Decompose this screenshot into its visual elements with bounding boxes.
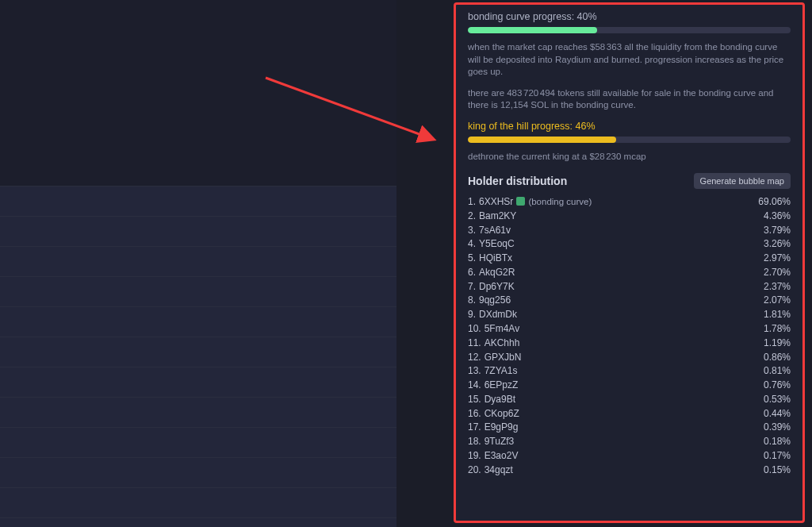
holder-row: 5.HQiBTx2.97% [468, 251, 791, 265]
table-row [0, 276, 396, 306]
holder-row: 6.AkqG2R2.70% [468, 265, 791, 279]
generate-bubble-map-button[interactable]: Generate bubble map [694, 173, 791, 189]
koth-progress-bar [468, 137, 791, 143]
holder-address[interactable]: DXdmDk [479, 309, 517, 320]
holder-address[interactable]: Bam2KY [479, 210, 516, 221]
holder-percentage: 2.97% [764, 252, 791, 264]
table-row [0, 487, 396, 517]
table-row [0, 367, 396, 397]
holder-name[interactable]: 10.5Fm4Av [468, 323, 519, 334]
holder-name[interactable]: 17.E9gP9g [468, 421, 518, 433]
holder-address[interactable]: 6XXHSr [479, 196, 513, 207]
holder-name[interactable]: 19.E3ao2V [468, 450, 518, 461]
holder-address[interactable]: Dya9Bt [485, 394, 515, 405]
holder-rank: 10. [468, 323, 481, 334]
holder-name[interactable]: 20.34gqzt [468, 464, 513, 475]
holder-name[interactable]: 2.Bam2KY [468, 210, 516, 221]
holder-rank: 7. [468, 281, 476, 292]
holder-name[interactable]: 16.CKop6Z [468, 408, 519, 419]
holder-address[interactable]: 9TuZf3 [485, 436, 515, 447]
bonding-curve-progress-bar [468, 27, 791, 33]
holder-percentage: 2.37% [764, 281, 791, 292]
holder-percentage: 2.70% [764, 267, 791, 278]
holder-address[interactable]: 5Fm4Av [485, 323, 519, 334]
holder-percentage: 0.39% [764, 421, 791, 433]
holder-address[interactable]: HQiBTx [479, 252, 512, 264]
table-row [0, 457, 396, 487]
holder-name[interactable]: 7.Dp6Y7K [468, 281, 515, 292]
holder-address[interactable]: 6EPpzZ [485, 379, 519, 390]
table-row [0, 216, 396, 246]
holder-address[interactable]: 7ZYA1s [485, 365, 518, 376]
holder-row: 14.6EPpzZ0.76% [468, 378, 791, 392]
holder-rank: 15. [468, 394, 481, 405]
holder-row: 10.5Fm4Av1.78% [468, 321, 791, 336]
holder-row: 16.CKop6Z0.44% [468, 406, 791, 421]
holder-row: 20.34gqzt0.15% [468, 463, 791, 477]
holder-percentage: 3.26% [764, 238, 791, 249]
holder-percentage: 1.19% [764, 337, 791, 348]
bonding-curve-label: bonding curve progress: 40% [468, 11, 791, 22]
bonding-curve-progress-fill [468, 27, 597, 33]
holder-rank: 3. [468, 225, 476, 236]
table-row [0, 306, 396, 337]
list-rows [0, 186, 396, 527]
holder-percentage: 3.79% [764, 225, 791, 236]
holder-rank: 9. [468, 309, 476, 320]
holder-rank: 12. [468, 352, 481, 363]
holder-address[interactable]: Y5EoqC [479, 238, 515, 249]
holder-address[interactable]: CKop6Z [485, 408, 519, 419]
holder-name[interactable]: 9.DXdmDk [468, 309, 517, 320]
holder-address[interactable]: GPXJbN [485, 352, 522, 363]
holder-name[interactable]: 11.AKChhh [468, 337, 519, 348]
table-row [0, 186, 396, 216]
holder-address[interactable]: Dp6Y7K [479, 281, 515, 292]
table-row [0, 427, 396, 457]
bonding-curve-badge-icon [516, 197, 525, 206]
holder-list: 1.6XXHSr(bonding curve)69.06%2.Bam2KY4.3… [468, 194, 791, 477]
holder-percentage: 69.06% [758, 196, 791, 207]
koth-progress-fill [468, 137, 616, 143]
left-panel [0, 0, 396, 527]
holder-address[interactable]: E9gP9g [485, 421, 519, 433]
table-row [0, 517, 396, 527]
holder-rank: 5. [468, 252, 476, 264]
holder-percentage: 1.81% [764, 309, 791, 320]
holder-row: 7.Dp6Y7K2.37% [468, 279, 791, 294]
holder-row: 8.9qg2562.07% [468, 294, 791, 308]
holder-percentage: 0.18% [764, 436, 791, 447]
holder-address[interactable]: AkqG2R [479, 267, 515, 278]
holder-name[interactable]: 8.9qg256 [468, 294, 511, 306]
upper-region [0, 0, 396, 186]
holder-rank: 11. [468, 337, 481, 348]
holder-row: 4.Y5EoqC3.26% [468, 237, 791, 251]
holder-rank: 4. [468, 238, 476, 249]
holder-name[interactable]: 4.Y5EoqC [468, 238, 515, 249]
holder-row: 2.Bam2KY4.36% [468, 209, 791, 223]
holder-address[interactable]: 34gqzt [485, 464, 513, 475]
holder-address[interactable]: 9qg256 [479, 294, 511, 306]
holder-name[interactable]: 12.GPXJbN [468, 352, 521, 363]
holder-name[interactable]: 5.HQiBTx [468, 252, 512, 264]
holder-name[interactable]: 6.AkqG2R [468, 267, 515, 278]
holder-name[interactable]: 13.7ZYA1s [468, 365, 517, 376]
holder-rank: 16. [468, 408, 481, 419]
holder-name[interactable]: 15.Dya9Bt [468, 394, 515, 405]
holder-rank: 8. [468, 294, 476, 306]
holder-rank: 2. [468, 210, 476, 221]
table-row [0, 246, 396, 276]
holder-rank: 1. [468, 196, 476, 207]
holder-name[interactable]: 14.6EPpzZ [468, 379, 518, 390]
holder-row: 19.E3ao2V0.17% [468, 448, 791, 463]
holder-address[interactable]: E3ao2V [485, 450, 519, 461]
holder-address[interactable]: AKChhh [485, 337, 520, 348]
holder-rank: 18. [468, 436, 481, 447]
bonding-desc-2: there are 483 720 494 tokens still avail… [468, 87, 791, 112]
holder-address[interactable]: 7sA61v [479, 225, 511, 236]
holder-name[interactable]: 1.6XXHSr(bonding curve) [468, 196, 592, 207]
holder-name[interactable]: 3.7sA61v [468, 225, 511, 236]
holder-name[interactable]: 18.9TuZf3 [468, 436, 514, 447]
holder-percentage: 4.36% [764, 210, 791, 221]
holder-row: 18.9TuZf30.18% [468, 434, 791, 448]
holder-percentage: 0.44% [764, 408, 791, 419]
